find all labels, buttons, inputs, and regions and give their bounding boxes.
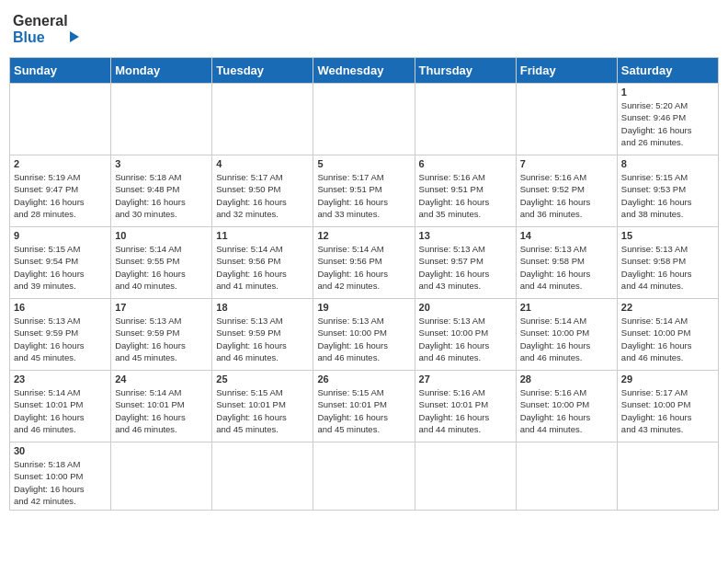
calendar-cell bbox=[415, 84, 516, 155]
calendar-cell: 24Sunrise: 5:14 AM Sunset: 10:01 PM Dayl… bbox=[111, 371, 212, 442]
day-info: Sunrise: 5:17 AM Sunset: 9:50 PM Dayligh… bbox=[216, 171, 309, 220]
day-info: Sunrise: 5:13 AM Sunset: 9:58 PM Dayligh… bbox=[621, 243, 714, 292]
day-number: 16 bbox=[14, 302, 107, 313]
calendar-cell bbox=[313, 84, 415, 155]
day-number: 7 bbox=[520, 158, 613, 169]
calendar-cell: 7Sunrise: 5:16 AM Sunset: 9:52 PM Daylig… bbox=[516, 155, 617, 227]
day-info: Sunrise: 5:15 AM Sunset: 9:54 PM Dayligh… bbox=[14, 243, 107, 292]
day-info: Sunrise: 5:18 AM Sunset: 10:00 PM Daylig… bbox=[14, 458, 107, 507]
calendar-cell: 25Sunrise: 5:15 AM Sunset: 10:01 PM Dayl… bbox=[212, 371, 313, 442]
day-info: Sunrise: 5:16 AM Sunset: 10:00 PM Daylig… bbox=[520, 386, 613, 435]
generalblue-logo-icon: GeneralBlue bbox=[13, 9, 86, 50]
calendar-cell bbox=[212, 84, 313, 155]
day-number: 19 bbox=[317, 302, 410, 313]
day-info: Sunrise: 5:14 AM Sunset: 10:00 PM Daylig… bbox=[621, 315, 714, 363]
svg-text:General: General bbox=[13, 13, 68, 29]
day-info: Sunrise: 5:14 AM Sunset: 10:01 PM Daylig… bbox=[115, 386, 208, 435]
calendar-week-row: 1Sunrise: 5:20 AM Sunset: 9:46 PM Daylig… bbox=[10, 84, 719, 155]
calendar-cell: 19Sunrise: 5:13 AM Sunset: 10:00 PM Dayl… bbox=[313, 299, 415, 371]
day-number: 10 bbox=[115, 230, 208, 241]
day-info: Sunrise: 5:15 AM Sunset: 9:53 PM Dayligh… bbox=[621, 171, 714, 220]
day-number: 30 bbox=[14, 445, 107, 456]
day-number: 22 bbox=[621, 302, 714, 313]
day-info: Sunrise: 5:13 AM Sunset: 9:58 PM Dayligh… bbox=[520, 243, 613, 292]
day-number: 26 bbox=[317, 373, 410, 385]
calendar-cell bbox=[111, 84, 212, 155]
calendar-cell: 13Sunrise: 5:13 AM Sunset: 9:57 PM Dayli… bbox=[415, 227, 516, 299]
weekday-header-row: SundayMondayTuesdayWednesdayThursdayFrid… bbox=[10, 58, 719, 84]
day-number: 24 bbox=[115, 373, 208, 385]
day-number: 1 bbox=[621, 86, 714, 98]
day-info: Sunrise: 5:18 AM Sunset: 9:48 PM Dayligh… bbox=[115, 171, 208, 220]
calendar-cell bbox=[10, 84, 111, 155]
day-info: Sunrise: 5:14 AM Sunset: 10:01 PM Daylig… bbox=[14, 386, 107, 435]
day-number: 4 bbox=[216, 158, 309, 169]
day-number: 18 bbox=[216, 302, 309, 313]
day-number: 12 bbox=[317, 230, 410, 241]
calendar-week-row: 23Sunrise: 5:14 AM Sunset: 10:01 PM Dayl… bbox=[10, 371, 719, 442]
day-number: 21 bbox=[520, 302, 613, 313]
calendar-cell: 21Sunrise: 5:14 AM Sunset: 10:00 PM Dayl… bbox=[516, 299, 617, 371]
day-info: Sunrise: 5:13 AM Sunset: 9:59 PM Dayligh… bbox=[14, 315, 107, 363]
calendar-week-row: 2Sunrise: 5:19 AM Sunset: 9:47 PM Daylig… bbox=[10, 155, 719, 227]
day-number: 2 bbox=[14, 158, 107, 169]
svg-marker-2 bbox=[70, 31, 79, 42]
day-info: Sunrise: 5:13 AM Sunset: 9:57 PM Dayligh… bbox=[419, 243, 512, 292]
calendar-cell: 20Sunrise: 5:13 AM Sunset: 10:00 PM Dayl… bbox=[415, 299, 516, 371]
calendar-cell: 29Sunrise: 5:17 AM Sunset: 10:00 PM Dayl… bbox=[617, 371, 718, 442]
day-number: 5 bbox=[317, 158, 410, 169]
day-number: 11 bbox=[216, 230, 309, 241]
day-info: Sunrise: 5:17 AM Sunset: 9:51 PM Dayligh… bbox=[317, 171, 410, 220]
weekday-header-sunday: Sunday bbox=[10, 58, 111, 84]
calendar-cell: 2Sunrise: 5:19 AM Sunset: 9:47 PM Daylig… bbox=[10, 155, 111, 227]
calendar-table: SundayMondayTuesdayWednesdayThursdayFrid… bbox=[9, 57, 719, 511]
calendar-cell: 5Sunrise: 5:17 AM Sunset: 9:51 PM Daylig… bbox=[313, 155, 415, 227]
calendar-cell: 12Sunrise: 5:14 AM Sunset: 9:56 PM Dayli… bbox=[313, 227, 415, 299]
calendar-cell: 23Sunrise: 5:14 AM Sunset: 10:01 PM Dayl… bbox=[10, 371, 111, 442]
calendar-cell: 3Sunrise: 5:18 AM Sunset: 9:48 PM Daylig… bbox=[111, 155, 212, 227]
calendar-cell: 14Sunrise: 5:13 AM Sunset: 9:58 PM Dayli… bbox=[516, 227, 617, 299]
calendar-cell: 17Sunrise: 5:13 AM Sunset: 9:59 PM Dayli… bbox=[111, 299, 212, 371]
logo: GeneralBlue bbox=[13, 9, 86, 50]
header: GeneralBlue bbox=[9, 9, 719, 50]
calendar-week-row: 9Sunrise: 5:15 AM Sunset: 9:54 PM Daylig… bbox=[10, 227, 719, 299]
weekday-header-saturday: Saturday bbox=[617, 58, 718, 84]
day-info: Sunrise: 5:19 AM Sunset: 9:47 PM Dayligh… bbox=[14, 171, 107, 220]
weekday-header-monday: Monday bbox=[111, 58, 212, 84]
day-info: Sunrise: 5:17 AM Sunset: 10:00 PM Daylig… bbox=[621, 386, 714, 435]
day-number: 25 bbox=[216, 373, 309, 385]
day-number: 17 bbox=[115, 302, 208, 313]
day-info: Sunrise: 5:14 AM Sunset: 9:55 PM Dayligh… bbox=[115, 243, 208, 292]
calendar-week-row: 16Sunrise: 5:13 AM Sunset: 9:59 PM Dayli… bbox=[10, 299, 719, 371]
calendar-cell: 27Sunrise: 5:16 AM Sunset: 10:01 PM Dayl… bbox=[415, 371, 516, 442]
day-info: Sunrise: 5:13 AM Sunset: 10:00 PM Daylig… bbox=[317, 315, 410, 363]
calendar-cell: 10Sunrise: 5:14 AM Sunset: 9:55 PM Dayli… bbox=[111, 227, 212, 299]
calendar-cell bbox=[516, 442, 617, 511]
day-info: Sunrise: 5:14 AM Sunset: 10:00 PM Daylig… bbox=[520, 315, 613, 363]
day-info: Sunrise: 5:15 AM Sunset: 10:01 PM Daylig… bbox=[317, 386, 410, 435]
calendar-cell: 22Sunrise: 5:14 AM Sunset: 10:00 PM Dayl… bbox=[617, 299, 718, 371]
day-number: 27 bbox=[419, 373, 512, 385]
calendar-cell: 4Sunrise: 5:17 AM Sunset: 9:50 PM Daylig… bbox=[212, 155, 313, 227]
day-number: 8 bbox=[621, 158, 714, 169]
calendar-cell: 16Sunrise: 5:13 AM Sunset: 9:59 PM Dayli… bbox=[10, 299, 111, 371]
calendar-cell: 1Sunrise: 5:20 AM Sunset: 9:46 PM Daylig… bbox=[617, 84, 718, 155]
day-info: Sunrise: 5:16 AM Sunset: 9:52 PM Dayligh… bbox=[520, 171, 613, 220]
day-info: Sunrise: 5:14 AM Sunset: 9:56 PM Dayligh… bbox=[317, 243, 410, 292]
calendar-cell: 6Sunrise: 5:16 AM Sunset: 9:51 PM Daylig… bbox=[415, 155, 516, 227]
calendar-cell: 9Sunrise: 5:15 AM Sunset: 9:54 PM Daylig… bbox=[10, 227, 111, 299]
day-number: 6 bbox=[419, 158, 512, 169]
day-info: Sunrise: 5:15 AM Sunset: 10:01 PM Daylig… bbox=[216, 386, 309, 435]
day-number: 20 bbox=[419, 302, 512, 313]
calendar-cell bbox=[111, 442, 212, 511]
day-number: 9 bbox=[14, 230, 107, 241]
weekday-header-friday: Friday bbox=[516, 58, 617, 84]
day-info: Sunrise: 5:16 AM Sunset: 10:01 PM Daylig… bbox=[419, 386, 512, 435]
calendar-cell: 28Sunrise: 5:16 AM Sunset: 10:00 PM Dayl… bbox=[516, 371, 617, 442]
day-number: 29 bbox=[621, 373, 714, 385]
calendar-week-row: 30Sunrise: 5:18 AM Sunset: 10:00 PM Dayl… bbox=[10, 442, 719, 511]
day-info: Sunrise: 5:16 AM Sunset: 9:51 PM Dayligh… bbox=[419, 171, 512, 220]
day-info: Sunrise: 5:20 AM Sunset: 9:46 PM Dayligh… bbox=[621, 99, 714, 148]
calendar-cell: 18Sunrise: 5:13 AM Sunset: 9:59 PM Dayli… bbox=[212, 299, 313, 371]
calendar-cell bbox=[212, 442, 313, 511]
